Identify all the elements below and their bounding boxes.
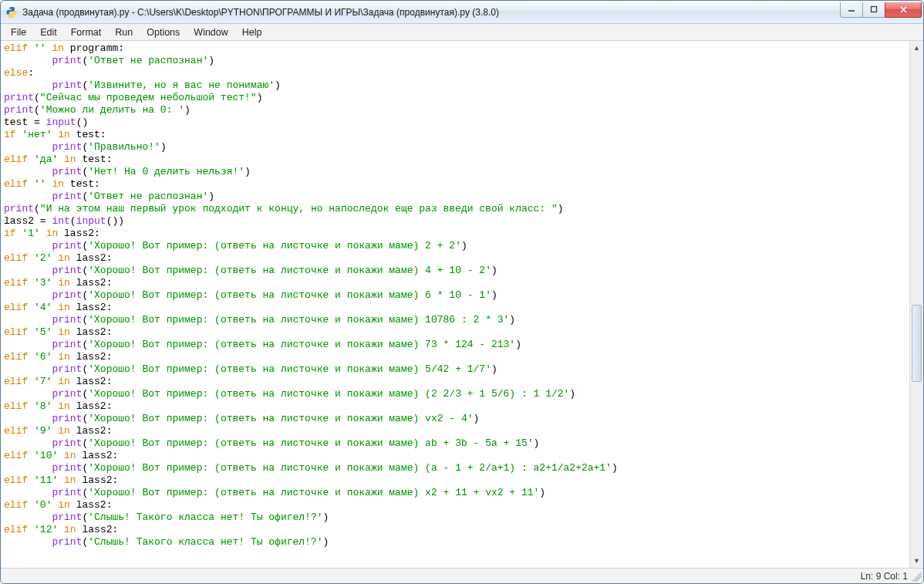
code-line: elif '12' in lass2: [4, 524, 906, 536]
maximize-button[interactable] [862, 2, 885, 18]
scrollbar-thumb[interactable] [912, 305, 922, 382]
code-line: elif '9' in lass2: [4, 425, 906, 437]
code-line: print('Ответ не распознан') [4, 191, 906, 203]
vertical-scrollbar[interactable]: ▲ ▼ [909, 41, 923, 568]
code-line: elif '3' in lass2: [4, 277, 906, 289]
code-line: print('Хорошо! Вот пример: (ответь на ли… [4, 289, 906, 302]
menu-format[interactable]: Format [64, 25, 109, 39]
code-line: print('Можно ли делить на 0: ') [4, 104, 906, 116]
editor-area: elif '' in programm: print('Ответ не рас… [1, 41, 923, 568]
code-line: print('Хорошо! Вот пример: (ответь на ли… [4, 363, 906, 376]
menu-run[interactable]: Run [108, 25, 140, 39]
code-line: print('Хорошо! Вот пример: (ответь на ли… [4, 437, 906, 450]
svg-point-0 [9, 8, 10, 8]
scroll-down-arrow-icon[interactable]: ▼ [910, 554, 923, 568]
scrollbar-track[interactable] [910, 55, 923, 554]
code-line: print('Ответ не распознан') [4, 55, 906, 67]
code-line: print('Хорошо! Вот пример: (ответь на ли… [4, 413, 906, 425]
window-controls [841, 2, 922, 18]
menu-edit[interactable]: Edit [33, 25, 64, 39]
code-line: print('Хорошо! Вот пример: (ответь на ли… [4, 265, 906, 277]
menu-file[interactable]: File [4, 25, 33, 39]
scroll-up-arrow-icon[interactable]: ▲ [910, 41, 923, 55]
titlebar[interactable]: Задача (продвинутая).py - C:\Users\K\Des… [1, 1, 923, 24]
python-app-icon [5, 6, 18, 19]
resize-grip-icon[interactable] [911, 571, 922, 582]
code-line: print('Нет! На 0 делить нельзя!') [4, 166, 906, 178]
menu-window[interactable]: Window [187, 25, 234, 39]
code-line: elif '8' in lass2: [4, 400, 906, 413]
code-line: print('Хорошо! Вот пример: (ответь на ли… [4, 462, 906, 474]
code-line: elif '7' in lass2: [4, 376, 906, 388]
menu-options[interactable]: Options [140, 25, 187, 39]
code-line: elif '2' in lass2: [4, 252, 906, 265]
close-button[interactable] [885, 2, 922, 18]
code-line: if 'нет' in test: [4, 129, 906, 141]
code-line: print("И на этом наш первый урок подходи… [4, 203, 906, 215]
code-line: print('Хорошо! Вот пример: (ответь на ли… [4, 240, 906, 252]
code-line: print('Правильно!') [4, 141, 906, 154]
code-line: lass2 = int(input()) [4, 215, 906, 228]
minimize-button[interactable] [840, 2, 863, 18]
window-title: Задача (продвинутая).py - C:\Users\K\Des… [22, 7, 841, 18]
code-line: print('Хорошо! Вот пример: (ответь на ли… [4, 487, 906, 499]
code-line: elif '10' in lass2: [4, 450, 906, 462]
code-line: elif '5' in lass2: [4, 326, 906, 339]
code-line: print('Хорошо! Вот пример: (ответь на ли… [4, 388, 906, 400]
code-line: elif '4' in lass2: [4, 302, 906, 314]
code-line: elif 'да' in test: [4, 154, 906, 166]
code-line: print('Слышь! Такого класса нет! Ты офиг… [4, 536, 906, 549]
code-line: test = input() [4, 116, 906, 129]
statusbar: Ln: 9 Col: 1 [1, 568, 923, 583]
code-line: elif '0' in lass2: [4, 499, 906, 511]
idle-window: Задача (продвинутая).py - C:\Users\K\Des… [0, 0, 924, 584]
code-line: if '1' in lass2: [4, 228, 906, 240]
code-line: elif '' in programm: [4, 42, 906, 55]
code-line: elif '' in test: [4, 178, 906, 191]
code-line: elif '11' in lass2: [4, 474, 906, 487]
code-editor[interactable]: elif '' in programm: print('Ответ не рас… [1, 41, 909, 568]
code-line: print('Хорошо! Вот пример: (ответь на ли… [4, 339, 906, 351]
code-line: print('Хорошо! Вот пример: (ответь на ли… [4, 314, 906, 326]
code-line: print("Сейчас мы проведем небольшой тест… [4, 92, 906, 104]
cursor-position: Ln: 9 Col: 1 [861, 571, 908, 582]
code-line: print('Извините, но я вас не понимаю') [4, 79, 906, 92]
svg-rect-3 [872, 7, 877, 12]
svg-point-1 [12, 15, 13, 16]
code-line: print('Слышь! Такого класса нет! Ты офиг… [4, 511, 906, 524]
code-line: elif '6' in lass2: [4, 351, 906, 363]
code-line: else: [4, 67, 906, 79]
menubar: File Edit Format Run Options Window Help [1, 24, 923, 41]
menu-help[interactable]: Help [235, 25, 269, 39]
